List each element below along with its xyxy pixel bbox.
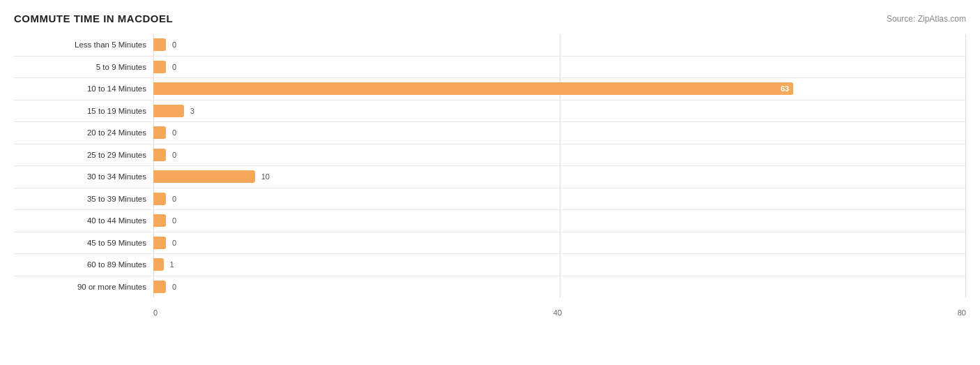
bar-fill: 0 <box>153 61 166 73</box>
bar-fill: 3 <box>153 105 184 117</box>
bar-track: 0 <box>153 193 966 205</box>
bar-value: 1 <box>167 260 174 269</box>
bar-value: 0 <box>169 128 176 137</box>
bar-track: 0 <box>153 281 966 293</box>
bar-fill: 0 <box>153 237 166 249</box>
row-label: 10 to 14 Minutes <box>14 84 153 93</box>
bar-fill: 1 <box>153 258 164 271</box>
bar-fill: 63 <box>153 82 793 95</box>
bar-track: 3 <box>153 105 966 117</box>
bar-value: 10 <box>259 172 270 181</box>
x-label-40: 40 <box>553 308 562 317</box>
bar-row: 60 to 89 Minutes1 <box>14 254 966 276</box>
bar-fill: 0 <box>153 193 166 205</box>
x-label-80: 80 <box>958 308 966 317</box>
bar-fill: 0 <box>153 38 166 51</box>
row-label: Less than 5 Minutes <box>14 40 153 49</box>
row-label: 5 to 9 Minutes <box>14 63 153 71</box>
x-label-0: 0 <box>153 308 158 317</box>
bar-value: 0 <box>169 283 176 291</box>
bars-area: Less than 5 Minutes05 to 9 Minutes010 to… <box>14 34 966 317</box>
row-label: 30 to 34 Minutes <box>14 172 153 181</box>
bar-value: 0 <box>169 216 176 225</box>
bar-value: 0 <box>169 40 176 49</box>
row-label: 90 or more Minutes <box>14 283 153 291</box>
bar-row: 35 to 39 Minutes0 <box>14 188 966 211</box>
bar-value: 63 <box>778 84 789 93</box>
row-label: 60 to 89 Minutes <box>14 260 153 269</box>
bar-row: 40 to 44 Minutes0 <box>14 210 966 232</box>
bar-value: 3 <box>187 107 194 115</box>
bar-track: 63 <box>153 82 966 95</box>
bar-value: 0 <box>169 239 176 247</box>
bar-row: 90 or more Minutes0 <box>14 276 966 298</box>
bar-track: 10 <box>153 170 966 183</box>
chart-source: Source: ZipAtlas.com <box>887 14 966 24</box>
bar-track: 0 <box>153 61 966 73</box>
bar-fill: 0 <box>153 149 166 161</box>
row-label: 20 to 24 Minutes <box>14 128 153 137</box>
bar-track: 0 <box>153 237 966 249</box>
bar-row: 30 to 34 Minutes10 <box>14 166 966 188</box>
chart-header: COMMUTE TIME IN MACDOEL Source: ZipAtlas… <box>14 13 966 24</box>
row-label: 45 to 59 Minutes <box>14 239 153 247</box>
bar-value: 0 <box>169 151 176 159</box>
bar-row: 45 to 59 Minutes0 <box>14 232 966 255</box>
row-label: 40 to 44 Minutes <box>14 216 153 225</box>
bar-track: 1 <box>153 258 966 271</box>
bar-track: 0 <box>153 214 966 227</box>
bar-fill: 10 <box>153 170 255 183</box>
chart-title: COMMUTE TIME IN MACDOEL <box>14 13 173 24</box>
bar-row: Less than 5 Minutes0 <box>14 34 966 57</box>
bar-row: 10 to 14 Minutes63 <box>14 78 966 100</box>
rows-container: Less than 5 Minutes05 to 9 Minutes010 to… <box>14 34 966 297</box>
bar-row: 5 to 9 Minutes0 <box>14 57 966 79</box>
row-label: 15 to 19 Minutes <box>14 107 153 115</box>
x-axis: 0 40 80 <box>153 303 966 317</box>
bar-fill: 0 <box>153 214 166 227</box>
bar-value: 0 <box>169 195 176 203</box>
bar-row: 25 to 29 Minutes0 <box>14 144 966 167</box>
bar-track: 0 <box>153 38 966 51</box>
bar-track: 0 <box>153 126 966 139</box>
bar-value: 0 <box>169 63 176 71</box>
chart-container: COMMUTE TIME IN MACDOEL Source: ZipAtlas… <box>0 0 980 365</box>
bar-track: 0 <box>153 149 966 161</box>
bar-row: 20 to 24 Minutes0 <box>14 122 966 144</box>
bar-row: 15 to 19 Minutes3 <box>14 100 966 123</box>
bar-fill: 0 <box>153 126 166 139</box>
row-label: 25 to 29 Minutes <box>14 151 153 159</box>
row-label: 35 to 39 Minutes <box>14 195 153 203</box>
chart-body: Less than 5 Minutes05 to 9 Minutes010 to… <box>14 34 966 317</box>
bar-fill: 0 <box>153 281 166 293</box>
